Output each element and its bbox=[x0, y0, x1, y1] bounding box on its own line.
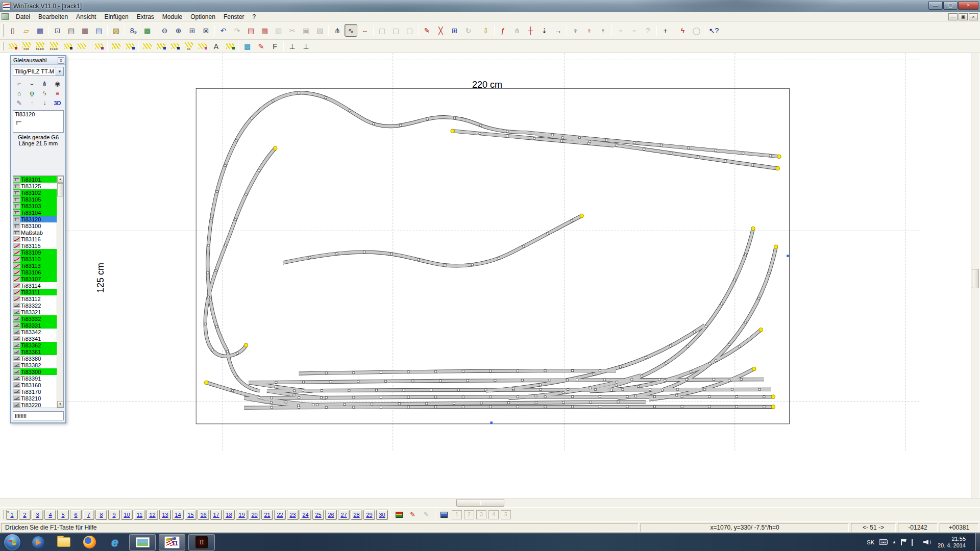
list-item-ti83116[interactable]: Ti83116 bbox=[13, 236, 63, 242]
turnout-icon[interactable]: ⋔ bbox=[38, 79, 51, 88]
flex-up-icon[interactable]: ↑ bbox=[26, 98, 38, 108]
tray-expand-icon[interactable]: ▲ bbox=[892, 540, 896, 544]
page-tab-15[interactable]: 15 bbox=[185, 510, 197, 520]
query-tool[interactable]: ? bbox=[642, 24, 654, 37]
zoom-fit-button[interactable]: ⊠ bbox=[200, 24, 212, 37]
menu-item-bearbeiten[interactable]: Bearbeiten bbox=[34, 13, 72, 21]
page-tab-30[interactable]: 30 bbox=[376, 510, 388, 520]
track-tool-f20[interactable]: F20 bbox=[20, 41, 33, 52]
list-item-ti83109[interactable]: Ti83109 bbox=[13, 249, 63, 256]
cross-dash-tool[interactable]: ┼ bbox=[524, 24, 537, 37]
list-item-ti83112[interactable]: Ti83112 bbox=[13, 295, 63, 302]
list-item-ti83105[interactable]: Ti83105 bbox=[13, 196, 63, 203]
layer-edit-disabled-button[interactable]: ✎ bbox=[420, 509, 433, 520]
page-tab-9[interactable]: 9 bbox=[108, 510, 120, 520]
track-tool-flex1[interactable]: FLEX bbox=[34, 41, 46, 52]
page-tab-26[interactable]: 26 bbox=[325, 510, 337, 520]
filter-input[interactable]: ffffffff bbox=[13, 411, 64, 420]
scroll-down-icon[interactable]: ▼ bbox=[57, 401, 63, 408]
taskbar-photo-viewer[interactable] bbox=[129, 534, 156, 550]
insert-track-tool[interactable]: ⇩ bbox=[479, 24, 492, 37]
page-tab-12[interactable]: 12 bbox=[146, 510, 158, 520]
background-image-button[interactable]: ▩ bbox=[141, 24, 154, 37]
signal-grid-tool[interactable]: ♀ bbox=[597, 24, 609, 37]
extra-page-button-3[interactable]: 3 bbox=[476, 510, 486, 519]
menu-item-ansicht[interactable]: Ansicht bbox=[72, 13, 100, 21]
track-tool-7[interactable] bbox=[92, 41, 105, 52]
menu-item-einfgen[interactable]: Einfügen bbox=[100, 13, 132, 21]
flex-function-tool[interactable]: ƒ bbox=[497, 24, 509, 37]
height-marker-tool[interactable]: ⊥ bbox=[286, 41, 299, 52]
window-small-tool[interactable]: ▫ bbox=[614, 24, 627, 37]
page-tab-10[interactable]: 10 bbox=[121, 510, 133, 520]
rotate-180-tool[interactable]: ↻ bbox=[462, 24, 475, 37]
page-tab-13[interactable]: 13 bbox=[159, 510, 171, 520]
extra-page-button-5[interactable]: 5 bbox=[501, 510, 511, 519]
page-tab-24[interactable]: 24 bbox=[300, 510, 311, 520]
track-red-icon[interactable]: ≡ bbox=[51, 88, 64, 98]
plan-canvas[interactable]: 220 cm 125 cm bbox=[0, 53, 980, 498]
show-desktop-button[interactable] bbox=[975, 533, 980, 551]
list-item-mastab[interactable]: Maßstab bbox=[13, 229, 63, 236]
redo-button[interactable]: ↷ bbox=[231, 24, 243, 37]
list-item-ti83391[interactable]: Ti83391 bbox=[13, 375, 63, 382]
function-tool[interactable]: F bbox=[268, 41, 281, 52]
paste-button[interactable]: ▧ bbox=[313, 24, 326, 37]
track-tool-8[interactable] bbox=[110, 41, 122, 52]
list-item-ti83102[interactable]: Ti83102 bbox=[13, 189, 63, 196]
page-tab-14[interactable]: 14 bbox=[172, 510, 184, 520]
list-item-ti83110[interactable]: Ti83110 bbox=[13, 256, 63, 262]
curved-track-icon[interactable]: ⌣ bbox=[26, 79, 38, 88]
threed-icon[interactable]: 3D bbox=[51, 98, 64, 108]
page-tab-2[interactable]: 2 bbox=[19, 510, 31, 520]
zoom-out-button[interactable]: ⊖ bbox=[158, 24, 171, 37]
extra-page-button-1[interactable]: 1 bbox=[452, 510, 462, 519]
menu-item-datei[interactable]: Datei bbox=[12, 13, 34, 21]
list-item-ti83115[interactable]: Ti83115 bbox=[13, 242, 63, 249]
speaker-icon[interactable] bbox=[923, 540, 931, 545]
page-tab-23[interactable]: 23 bbox=[287, 510, 299, 520]
toolbar-gripper[interactable] bbox=[2, 24, 4, 37]
connect-tool[interactable]: → bbox=[552, 24, 565, 37]
curve-tool[interactable]: ∿ bbox=[345, 24, 357, 37]
panel-close-button[interactable]: x bbox=[58, 57, 64, 64]
network-icon[interactable] bbox=[912, 539, 919, 545]
page-tab-28[interactable]: 28 bbox=[351, 510, 362, 520]
track-tool-9[interactable] bbox=[124, 41, 136, 52]
child-restore-button[interactable]: ▣ bbox=[959, 13, 968, 20]
page-tab-18[interactable]: 18 bbox=[223, 510, 235, 520]
drop-tool[interactable]: ⇣ bbox=[538, 24, 551, 37]
scroll-up-icon[interactable]: ▲ bbox=[57, 176, 63, 183]
tabbar-gripper[interactable] bbox=[2, 510, 4, 519]
vertical-scrollbar[interactable] bbox=[971, 53, 979, 498]
save-button[interactable]: ▦ bbox=[34, 24, 46, 37]
list-item-ti83210[interactable]: Ti83210 bbox=[13, 395, 63, 402]
page-tab-19[interactable]: 19 bbox=[236, 510, 248, 520]
menu-item-extras[interactable]: Extras bbox=[133, 13, 158, 21]
page-tab-17[interactable]: 17 bbox=[210, 510, 222, 520]
straight-track-icon[interactable]: ⌐ bbox=[13, 79, 26, 88]
report-grid-button[interactable]: ▦ bbox=[258, 24, 271, 37]
list-item-ti83362[interactable]: Ti83362 bbox=[13, 342, 63, 348]
page-tab-11[interactable]: 11 bbox=[134, 510, 145, 520]
page-tab-1[interactable]: 1x bbox=[6, 510, 18, 520]
zoom-in-button[interactable]: ⊕ bbox=[172, 24, 185, 37]
track-tool-11[interactable] bbox=[155, 41, 167, 52]
window-tool-3[interactable]: ▢ bbox=[403, 24, 416, 37]
track-tool-13[interactable]: 10 bbox=[182, 41, 195, 52]
import-folder-button[interactable]: ▨ bbox=[110, 24, 122, 37]
page-tab-27[interactable]: 27 bbox=[338, 510, 350, 520]
new-file-button[interactable]: ▯ bbox=[6, 24, 19, 37]
extra-page-button-2[interactable]: 2 bbox=[464, 510, 474, 519]
track-tool-5[interactable] bbox=[61, 41, 74, 52]
language-indicator[interactable]: SK bbox=[867, 539, 874, 545]
list-item-ti83106[interactable]: Ti83106 bbox=[13, 269, 63, 276]
signal-tool[interactable]: ♀ bbox=[569, 24, 582, 37]
close-button[interactable]: × bbox=[958, 1, 978, 10]
zoom-window-button[interactable]: ⊞ bbox=[186, 24, 199, 37]
track-list-scrollbar[interactable]: ▲ ▼ bbox=[57, 176, 63, 408]
undo-button[interactable]: ↶ bbox=[217, 24, 230, 37]
minimize-button[interactable]: — bbox=[928, 1, 943, 10]
signal-red-tool[interactable]: ♀ bbox=[583, 24, 596, 37]
page-tab-3[interactable]: 3 bbox=[32, 510, 43, 520]
